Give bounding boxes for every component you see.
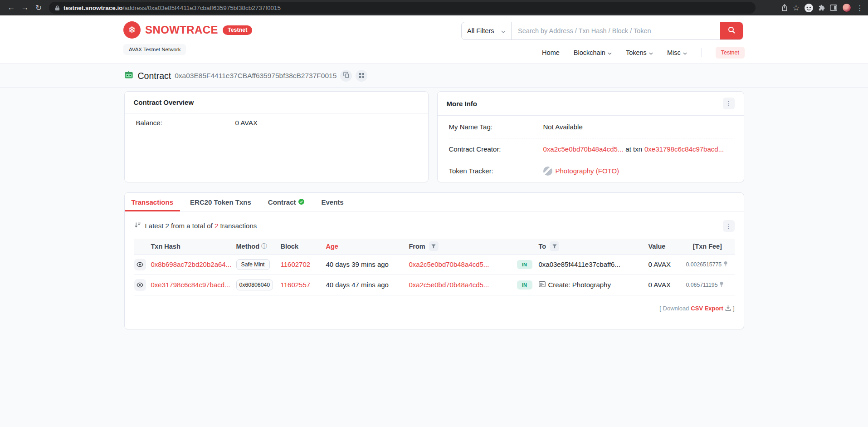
from-address-link[interactable]: 0xa2c5e0bd70b48a4cd5... (409, 281, 517, 289)
brand-name: SNOWTRACE (145, 24, 218, 36)
site-header: ❄ SNOWTRACE Testnet AVAX Testnet Network… (0, 15, 868, 64)
eye-preview-button[interactable] (134, 259, 146, 270)
search-button[interactable] (720, 22, 743, 39)
more-info-menu-button[interactable]: ⋮ (723, 98, 735, 109)
to-filter-button[interactable] (550, 241, 559, 251)
to-contract-creation: Create: Photography (548, 281, 611, 289)
txn-hash-link[interactable]: 0xe31798c6c84c97bacd... (151, 281, 236, 289)
search-bar: All Filters (461, 22, 743, 40)
extensions-puzzle-icon[interactable] (818, 5, 825, 11)
sort-icon (134, 222, 141, 230)
token-tracker-link[interactable]: Photography (FOTO) (556, 167, 619, 175)
tab-erc20-token-txns[interactable]: ERC20 Token Txns (183, 193, 258, 211)
transactions-menu-button[interactable]: ⋮ (723, 220, 735, 232)
table-row: 0x8b698ac72bd20b2a64... Safe Mint 116027… (134, 255, 735, 275)
col-block: Block (281, 243, 326, 250)
copy-icon (343, 72, 349, 80)
qr-code-icon (359, 72, 364, 80)
txn-fee-value: 0.065711195 (686, 282, 718, 288)
transactions-summary-text: Latest 2 from a total of 2 transactions (145, 222, 257, 230)
tab-contract[interactable]: Contract (261, 193, 312, 211)
search-filter-dropdown[interactable]: All Filters (462, 22, 512, 39)
block-link[interactable]: 11602557 (281, 281, 326, 289)
more-info-card-title: More Info (447, 100, 478, 108)
contract-address: 0xa03E85F4411e37CBAff635975bf38cB2737F00… (175, 72, 336, 80)
search-input[interactable] (512, 22, 720, 39)
page-title: Contract (138, 71, 171, 81)
method-badge: 0x60806040 (236, 280, 273, 290)
nav-divider (701, 48, 702, 57)
txn-hash-link[interactable]: 0x8b698ac72bd20b2a64... (151, 260, 236, 268)
download-prefix: [ Download (659, 305, 689, 312)
token-logo-icon (543, 167, 552, 176)
copy-address-button[interactable] (340, 70, 352, 82)
block-link[interactable]: 11602702 (281, 260, 326, 268)
profile-avatar[interactable] (842, 3, 851, 12)
from-address-link[interactable]: 0xa2c5e0bd70b48a4cd5... (409, 260, 517, 268)
value-cell: 0 AVAX (649, 281, 686, 289)
url-path: /address/0xa03e85f4411e37cbaff635975bf38… (123, 5, 281, 11)
nav-testnet-badge[interactable]: Testnet (716, 47, 745, 59)
contract-creator-label: Contract Creator: (449, 145, 543, 153)
nav-tokens[interactable]: Tokens (626, 49, 653, 56)
from-filter-button[interactable] (429, 241, 439, 251)
download-suffix: ] (733, 305, 735, 312)
balance-row: Balance: 0 AVAX (125, 113, 428, 132)
tab-events[interactable]: Events (314, 193, 350, 211)
contract-creator-row: Contract Creator: 0xa2c5e0bd70b48a4cd5..… (449, 138, 732, 160)
gas-bulb-icon (723, 260, 728, 269)
chevron-down-icon (608, 49, 612, 56)
name-tag-label: My Name Tag: (449, 123, 543, 131)
contract-overview-card: Contract Overview Balance: 0 AVAX (124, 91, 429, 182)
nav-misc[interactable]: Misc (667, 49, 687, 56)
url-text: testnet.snowtrace.io/address/0xa03e85f44… (63, 5, 281, 11)
browser-toolbar: ← → ↻ testnet.snowtrace.io/address/0xa03… (0, 0, 868, 15)
method-badge: Safe Mint (236, 259, 270, 270)
eye-preview-button[interactable] (134, 279, 146, 291)
browser-menu-icon[interactable]: ⋮ (856, 4, 863, 12)
verified-check-icon (298, 198, 304, 206)
download-icon (725, 305, 731, 312)
browser-forward-button[interactable]: → (18, 1, 32, 14)
at-txn-text: at txn (625, 145, 642, 153)
search-filter-label: All Filters (467, 27, 494, 34)
col-age[interactable]: Age (326, 243, 409, 250)
qr-code-button[interactable] (356, 70, 367, 82)
transactions-card: Transactions ERC20 Token Txns Contract E… (124, 192, 744, 329)
csv-export-row: [ Download CSV Export ] (125, 295, 744, 326)
table-row: 0xe31798c6c84c97bacd... 0x60806040 11602… (134, 275, 735, 295)
chevron-down-icon (501, 27, 506, 34)
col-method: Method ⓘ (236, 242, 281, 250)
nav-home[interactable]: Home (542, 49, 560, 56)
snowtrace-logo[interactable]: ❄ SNOWTRACE Testnet (123, 21, 252, 39)
nav-blockchain[interactable]: Blockchain (574, 49, 612, 56)
extension-avatar-icon[interactable] (805, 4, 813, 12)
csv-export-link[interactable]: CSV Export (691, 305, 731, 312)
name-tag-row: My Name Tag: Not Available (449, 116, 732, 138)
creator-txn-link[interactable]: 0xe31798c6c84c97bacd... (644, 145, 724, 153)
address-bar[interactable]: testnet.snowtrace.io/address/0xa03e85f44… (49, 2, 756, 14)
transactions-count: 2 (215, 222, 218, 230)
browser-refresh-button[interactable]: ↻ (32, 1, 45, 14)
search-icon (728, 26, 736, 35)
network-label: AVAX Testnet Network (123, 44, 186, 55)
value-cell: 0 AVAX (649, 260, 686, 268)
age-value: 40 days 39 mins ago (326, 260, 409, 268)
transactions-table-header: Txn Hash Method ⓘ Block Age From To Valu… (134, 239, 735, 255)
share-icon[interactable] (781, 4, 788, 11)
overview-card-title: Contract Overview (134, 98, 194, 106)
contract-avatar (124, 70, 133, 81)
bookmark-star-icon[interactable]: ☆ (793, 3, 800, 13)
method-info-icon[interactable]: ⓘ (261, 242, 267, 250)
side-panel-icon[interactable] (830, 5, 837, 11)
col-to: To (539, 241, 649, 251)
brand-testnet-badge: Testnet (223, 25, 253, 35)
balance-label: Balance: (136, 119, 235, 127)
creator-address-link[interactable]: 0xa2c5e0bd70b48a4cd5... (543, 145, 624, 153)
browser-back-button[interactable]: ← (5, 1, 18, 14)
tab-bar: Transactions ERC20 Token Txns Contract E… (125, 193, 744, 211)
tab-transactions[interactable]: Transactions (125, 193, 180, 211)
snowflake-icon: ❄ (123, 21, 141, 39)
name-tag-value: Not Available (543, 123, 583, 131)
chevron-down-icon (649, 49, 653, 56)
